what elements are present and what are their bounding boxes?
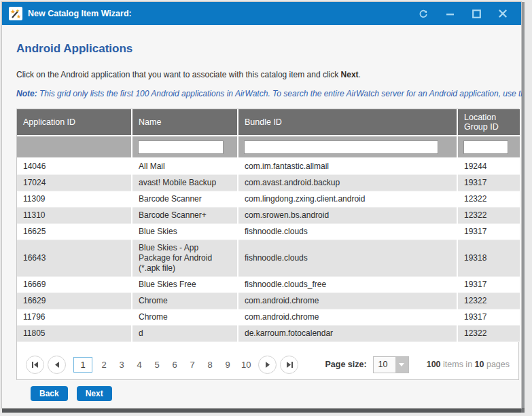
- table-row[interactable]: 16625Blue Skiesfishnoodle.clouds19317: [17, 224, 520, 240]
- refresh-icon[interactable]: [419, 9, 428, 18]
- filter-cell-application-id: [17, 136, 132, 158]
- column-header-application-id[interactable]: Application ID: [17, 109, 132, 136]
- location-group-id-filter-input[interactable]: [463, 140, 508, 154]
- table-row[interactable]: 16669Blue Skies Freefishnoodle.clouds_fr…: [17, 277, 520, 293]
- instruction-next-keyword: Next: [341, 70, 359, 79]
- items-count: 100: [427, 360, 441, 369]
- first-page-button[interactable]: [26, 356, 44, 374]
- grid-header-row: Application ID Name Bundle ID Location G…: [17, 109, 520, 136]
- column-header-location-group-id[interactable]: Location Group ID: [457, 109, 520, 136]
- table-row[interactable]: 14046All Mailcom.im.fantastic.allmail192…: [17, 158, 520, 175]
- close-icon[interactable]: [498, 9, 508, 18]
- column-header-bundle-id[interactable]: Bundle ID: [238, 109, 457, 136]
- title-bar: ★ ★ ★ New Catalog Item Wizard:: [2, 2, 521, 25]
- instruction-suffix: .: [359, 70, 361, 79]
- table-cell: 16629: [17, 293, 132, 309]
- instruction-text: Click on the Android application that yo…: [16, 70, 507, 79]
- page-size-dropdown-button[interactable]: [395, 357, 408, 373]
- name-filter-input[interactable]: [138, 140, 224, 154]
- note-body: This grid only lists the first 100 Andro…: [37, 89, 522, 98]
- table-cell: 16669: [17, 277, 132, 293]
- page-number-3[interactable]: 3: [115, 358, 128, 372]
- page-title: Android Applications: [16, 42, 507, 56]
- table-cell: com.android.chrome: [238, 309, 457, 326]
- table-row[interactable]: 11805dde.karroum.fotocalendar12322: [17, 326, 520, 342]
- table-cell: 19317: [457, 309, 520, 326]
- table-cell: 19317: [457, 277, 520, 293]
- page-number-4[interactable]: 4: [132, 358, 146, 372]
- items-summary: 100 items in 10 pages: [427, 360, 510, 369]
- page-number-10[interactable]: 10: [238, 358, 253, 372]
- table-cell: Blue Skies - App Package for Android (*.…: [132, 240, 238, 277]
- page-size-control: Page size: 10: [325, 356, 408, 373]
- table-cell: com.android.chrome: [238, 293, 457, 309]
- previous-page-button[interactable]: [48, 356, 66, 374]
- pages-count: 10: [475, 360, 484, 369]
- page-size-value: 10: [374, 357, 395, 373]
- last-page-button[interactable]: [280, 356, 298, 374]
- page-size-dropdown[interactable]: 10: [373, 356, 409, 373]
- grid-filter-row: [17, 136, 520, 158]
- table-cell: 11309: [17, 191, 132, 208]
- table-cell: 17024: [17, 175, 132, 191]
- page-number-6[interactable]: 6: [168, 358, 181, 372]
- back-button[interactable]: Back: [31, 386, 68, 401]
- table-cell: 11805: [17, 326, 132, 342]
- table-cell: 11310: [17, 208, 132, 224]
- window-title: New Catalog Item Wizard:: [28, 9, 132, 18]
- table-cell: de.karroum.fotocalendar: [238, 326, 457, 342]
- instruction-prefix: Click on the Android application that yo…: [16, 70, 341, 79]
- filter-cell-bundle-id: [238, 136, 457, 158]
- table-row[interactable]: 11309Barcode Scannercom.lingdong.zxing.c…: [17, 191, 520, 208]
- table-row[interactable]: 17024avast! Mobile Backupcom.avast.andro…: [17, 175, 520, 191]
- page-number-9[interactable]: 9: [221, 358, 234, 372]
- table-row[interactable]: 16629Chromecom.android.chrome12322: [17, 293, 520, 309]
- grid-body: 14046All Mailcom.im.fantastic.allmail192…: [17, 158, 520, 342]
- table-cell: All Mail: [132, 158, 238, 175]
- table-cell: com.srowen.bs.android: [238, 208, 457, 224]
- table-cell: com.lingdong.zxing.client.android: [238, 191, 457, 208]
- table-cell: 16625: [17, 224, 132, 240]
- table-cell: Barcode Scanner+: [132, 208, 238, 224]
- page-number-8[interactable]: 8: [203, 358, 217, 372]
- wizard-dialog: ★ ★ ★ New Catalog Item Wizard:: [1, 1, 522, 409]
- next-page-button[interactable]: [258, 356, 277, 374]
- table-cell: Barcode Scanner: [132, 191, 238, 208]
- next-button[interactable]: Next: [77, 386, 112, 401]
- pager-bar: 12345678910 Page size: 10 100 items in 1…: [17, 349, 518, 379]
- page-number-7[interactable]: 7: [185, 358, 199, 372]
- table-cell: 12322: [457, 293, 520, 309]
- filter-cell-name: [132, 136, 238, 158]
- chevron-down-icon: [399, 363, 404, 366]
- table-cell: fishnoodle.clouds: [238, 224, 457, 240]
- bundle-id-filter-input[interactable]: [244, 140, 438, 154]
- svg-text:★: ★: [16, 8, 20, 13]
- column-header-name[interactable]: Name: [132, 109, 238, 136]
- table-cell: com.im.fantastic.allmail: [238, 158, 457, 175]
- table-row[interactable]: 16643Blue Skies - App Package for Androi…: [17, 240, 520, 277]
- table-cell: 12322: [457, 326, 520, 342]
- table-cell: d: [132, 326, 238, 342]
- table-cell: 12322: [457, 208, 520, 224]
- page-size-label: Page size:: [325, 360, 366, 369]
- table-cell: Chrome: [132, 309, 238, 326]
- page-number-1[interactable]: 1: [73, 357, 92, 373]
- table-cell: com.avast.android.backup: [238, 175, 457, 191]
- page-numbers: 12345678910: [71, 357, 255, 373]
- table-cell: 19318: [457, 240, 520, 277]
- table-row[interactable]: 11310Barcode Scanner+com.srowen.bs.andro…: [17, 208, 520, 224]
- table-cell: fishnoodle.clouds: [238, 240, 457, 277]
- page-number-2[interactable]: 2: [97, 358, 111, 372]
- maximize-icon[interactable]: [472, 9, 481, 18]
- pages-text: pages: [484, 360, 510, 369]
- minimize-icon[interactable]: [445, 9, 455, 18]
- page-number-5[interactable]: 5: [150, 358, 164, 372]
- table-cell: 19244: [457, 158, 520, 175]
- svg-text:★: ★: [16, 14, 21, 20]
- table-row[interactable]: 11796Chromecom.android.chrome19317: [17, 309, 520, 326]
- note-label: Note:: [16, 89, 37, 98]
- table-cell: 11796: [17, 309, 132, 326]
- table-cell: fishnoodle.clouds_free: [238, 277, 457, 293]
- table-cell: Chrome: [132, 293, 238, 309]
- window-controls: [419, 9, 514, 18]
